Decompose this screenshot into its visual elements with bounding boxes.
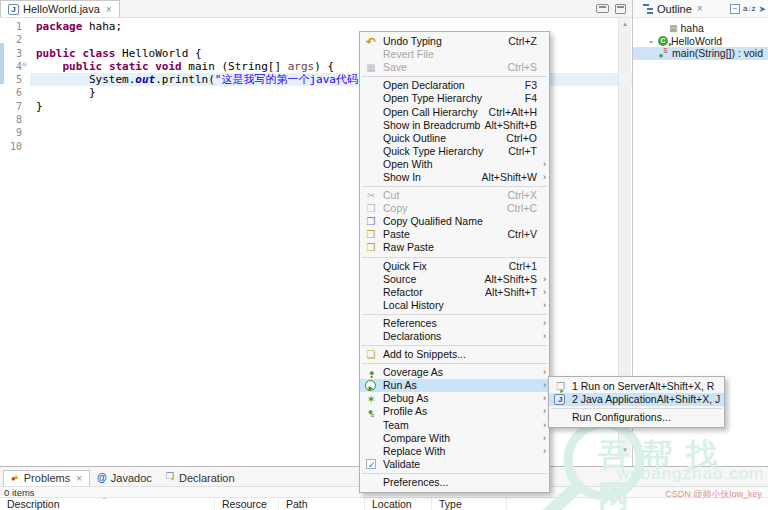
outline-node-label: haha: [681, 22, 704, 34]
minimize-icon[interactable]: [596, 4, 609, 13]
validate-icon: [366, 459, 376, 469]
outline-tab-title[interactable]: Outline: [657, 3, 692, 15]
menu-item-label: Declarations: [383, 330, 441, 343]
submenu-separator: [551, 408, 722, 409]
collapse-all-icon[interactable]: −: [730, 4, 740, 14]
menu-item-preferences[interactable]: Preferences...: [360, 476, 549, 489]
menu-item-quick-type-hierarchy[interactable]: Quick Type HierarchyCtrl+T: [360, 145, 549, 158]
tab-declaration[interactable]: Declaration: [159, 470, 242, 486]
menu-separator: [362, 257, 547, 258]
chevron-down-icon[interactable]: ⌄: [647, 36, 655, 45]
menu-item-label: Quick Outline: [383, 132, 446, 145]
column-header-description[interactable]: Descriptionˆ: [0, 498, 215, 510]
menu-item-undo-typing[interactable]: Undo TypingCtrl+Z: [360, 35, 549, 48]
menu-item-validate[interactable]: Validate: [360, 458, 549, 471]
menu-item-declarations[interactable]: Declarations›: [360, 330, 549, 343]
outline-icon: [643, 3, 654, 14]
raw-paste-icon: [364, 242, 378, 254]
maximize-icon[interactable]: [615, 4, 626, 14]
tab-label: Problems: [24, 472, 70, 484]
menu-item-shortcut: Ctrl+T: [508, 145, 537, 158]
submenu-item-2-java-application[interactable]: 2 Java ApplicationAlt+Shift+X, J: [549, 393, 724, 406]
menu-item-compare-with[interactable]: Compare With›: [360, 432, 549, 445]
scroll-down-icon[interactable]: ▾: [619, 446, 631, 454]
submenu-arrow-icon: ›: [537, 273, 546, 286]
debug-icon: [364, 393, 378, 405]
menu-item-copy[interactable]: CopyCtrl+C: [360, 202, 549, 215]
menu-item-revert-file[interactable]: Revert File: [360, 48, 549, 61]
line-number[interactable]: 6: [0, 86, 22, 99]
menu-separator: [362, 76, 547, 77]
method-icon: ●: [657, 47, 669, 60]
submenu-item-run-configurations[interactable]: Run Configurations...: [549, 411, 724, 424]
line-number[interactable]: 9: [0, 126, 22, 139]
menu-item-label: Copy: [383, 202, 408, 215]
menu-item-refactor[interactable]: RefactorAlt+Shift+T›: [360, 286, 549, 299]
copy-qualified-name-icon: [364, 216, 378, 228]
menu-item-copy-qualified-name[interactable]: Copy Qualified Name: [360, 215, 549, 228]
menu-item-source[interactable]: SourceAlt+Shift+S›: [360, 273, 549, 286]
menu-item-team[interactable]: Team›: [360, 419, 549, 432]
close-outline-icon[interactable]: ×: [697, 3, 703, 14]
menu-item-cut[interactable]: CutCtrl+X: [360, 189, 549, 202]
link-with-editor-icon[interactable]: ➤: [758, 4, 766, 14]
menu-item-save[interactable]: SaveCtrl+S: [360, 61, 549, 74]
outline-node-haha[interactable]: ▦haha: [633, 22, 768, 35]
menu-item-references[interactable]: References›: [360, 317, 549, 330]
line-number[interactable]: 8: [0, 113, 22, 126]
menu-item-label: Paste: [383, 228, 410, 241]
package-icon: ▦: [669, 23, 678, 33]
menu-item-replace-with[interactable]: Replace With›: [360, 445, 549, 458]
submenu-item-1-run-on-server[interactable]: 1 Run on ServerAlt+Shift+X, R: [549, 380, 724, 393]
menu-item-label: Run As: [383, 379, 417, 392]
close-tab-icon[interactable]: ×: [76, 473, 82, 484]
menu-item-raw-paste[interactable]: Raw Paste: [360, 241, 549, 254]
menu-item-coverage-as[interactable]: Coverage As›: [360, 366, 549, 379]
column-label: Description: [7, 498, 60, 510]
line-number[interactable]: 1: [0, 20, 22, 33]
line-number-gutter[interactable]: 1234⊖5678910: [0, 18, 30, 466]
menu-item-open-call-hierarchy[interactable]: Open Call HierarchyCtrl+Alt+H: [360, 105, 549, 118]
menu-item-open-with[interactable]: Open With›: [360, 158, 549, 171]
submenu-arrow-icon: ›: [537, 299, 546, 312]
column-header-resource[interactable]: Resource: [215, 498, 279, 510]
scroll-up-icon[interactable]: ▴: [619, 20, 631, 28]
menu-item-shortcut: Alt+Shift+S: [484, 273, 537, 286]
editor-tab-helloworld[interactable]: J HelloWorld.java ×: [0, 0, 120, 17]
menu-item-quick-outline[interactable]: Quick OutlineCtrl+O: [360, 132, 549, 145]
column-header-path[interactable]: Path: [279, 498, 365, 510]
menu-item-add-to-snippets[interactable]: Add to Snippets...: [360, 348, 549, 361]
column-label: Type: [439, 498, 462, 510]
submenu-item-shortcut: Alt+Shift+X, R: [648, 380, 714, 393]
submenu-arrow-icon: ›: [537, 379, 546, 392]
menu-item-show-in-breadcrumb[interactable]: Show in BreadcrumbAlt+Shift+B: [360, 119, 549, 132]
menu-item-shortcut: Ctrl+S: [508, 61, 537, 74]
menu-item-profile-as[interactable]: Profile As›: [360, 405, 549, 418]
sort-icon[interactable]: a↓z: [743, 4, 755, 13]
menu-item-open-type-hierarchy[interactable]: Open Type HierarchyF4: [360, 92, 549, 105]
line-number[interactable]: 7: [0, 100, 22, 113]
menu-item-label: Add to Snippets...: [383, 348, 466, 361]
column-header-location[interactable]: Location: [365, 498, 432, 510]
menu-item-open-declaration[interactable]: Open DeclarationF3: [360, 79, 549, 92]
menu-item-debug-as[interactable]: Debug As›: [360, 392, 549, 405]
menu-item-show-in[interactable]: Show InAlt+Shift+W›: [360, 171, 549, 184]
submenu-arrow-icon: ›: [537, 445, 546, 458]
outline-node-main-string-void[interactable]: ●main(String[]) : void: [633, 47, 768, 60]
menu-item-label: Quick Fix: [383, 260, 427, 273]
tab-javadoc[interactable]: Javadoc: [90, 471, 159, 486]
outline-node-helloworld[interactable]: ⌄CHelloWorld: [633, 35, 768, 48]
fold-collapse-icon[interactable]: ⊖: [22, 60, 27, 69]
menu-item-paste[interactable]: PasteCtrl+V: [360, 228, 549, 241]
close-tab-icon[interactable]: ×: [106, 4, 112, 15]
tab-problems[interactable]: Problems×: [3, 470, 90, 486]
line-number[interactable]: 10: [0, 140, 22, 153]
menu-item-shortcut: Ctrl+1: [509, 260, 537, 273]
menu-item-quick-fix[interactable]: Quick FixCtrl+1: [360, 260, 549, 273]
problems-table-header: DescriptionˆResourcePathLocationType: [0, 498, 768, 510]
menu-item-local-history[interactable]: Local History›: [360, 299, 549, 312]
submenu-item-label: 2 Java Application: [572, 393, 657, 406]
menu-item-run-as[interactable]: Run As›: [360, 379, 549, 392]
column-header-type[interactable]: Type: [432, 498, 507, 510]
coverage-icon: [364, 367, 378, 379]
